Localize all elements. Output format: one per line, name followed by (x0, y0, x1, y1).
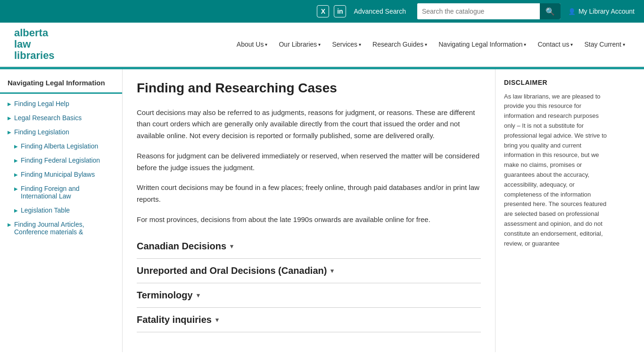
sidebar-tri-icon: ▶ (8, 101, 11, 107)
linkedin-social-link[interactable]: in (334, 5, 346, 17)
section-fatality-inquiries[interactable]: Fatality inquiries ▾ (137, 308, 481, 332)
section-terminology[interactable]: Terminology ▾ (137, 283, 481, 308)
sidebar-tri-icon: ▶ (14, 144, 18, 149)
nav-navigating-legal-arrow: ▾ (524, 42, 526, 47)
section-unreported-oral-decisions[interactable]: Unreported and Oral Decisions (Canadian)… (137, 259, 481, 283)
sidebar: Navigating Legal Information ▶ Finding L… (0, 69, 123, 352)
sidebar-item-finding-alberta-legislation[interactable]: ▶ Finding Alberta Legislation (0, 139, 122, 153)
disclaimer-text: As law librarians, we are pleased to pro… (504, 92, 609, 249)
nav-research-guides-arrow: ▾ (425, 42, 427, 47)
sidebar-item-finding-municipal-bylaws[interactable]: ▶ Finding Municipal Bylaws (0, 167, 122, 181)
top-bar: X in Advanced Search 🔍 My Library Accoun… (0, 0, 644, 23)
nav-navigating-legal[interactable]: Navigating Legal Information ▾ (434, 37, 531, 52)
fatality-inquiries-arrow: ▾ (215, 316, 219, 323)
sidebar-tri-icon: ▶ (8, 115, 11, 121)
content-paragraph-3: Written court decisions may be found in … (137, 182, 481, 206)
nav-our-libraries[interactable]: Our Libraries ▾ (274, 37, 325, 52)
nav-services-arrow: ▾ (359, 42, 361, 47)
canadian-decisions-arrow: ▾ (230, 243, 233, 250)
unreported-decisions-arrow: ▾ (330, 267, 334, 274)
nav-about-us[interactable]: About Us ▾ (232, 37, 272, 52)
main-content: Finding and Researching Cases Court deci… (123, 69, 495, 352)
right-panel: DISCLAIMER As law librarians, we are ple… (495, 69, 618, 352)
nav-stay-current[interactable]: Stay Current ▾ (579, 37, 630, 52)
x-social-link[interactable]: X (317, 5, 329, 17)
sidebar-item-finding-legal-help[interactable]: ▶ Finding Legal Help (0, 97, 122, 111)
sidebar-title: Navigating Legal Information (0, 74, 122, 94)
nav-services[interactable]: Services ▾ (327, 37, 366, 52)
disclaimer-title: DISCLAIMER (504, 79, 609, 86)
nav-contact-us[interactable]: Contact us ▾ (533, 37, 578, 52)
catalogue-search-button[interactable]: 🔍 (540, 3, 561, 19)
nav-research-guides[interactable]: Research Guides ▾ (368, 37, 432, 52)
sidebar-tri-icon: ▶ (14, 172, 18, 177)
content-paragraph-2: Reasons for judgment can be delivered im… (137, 150, 481, 174)
sidebar-item-legislation-table[interactable]: ▶ Legislation Table (0, 203, 122, 217)
logo-line1: albertalawlibraries (14, 27, 55, 62)
nav-stay-current-arrow: ▾ (623, 42, 625, 47)
sidebar-tri-icon: ▶ (14, 158, 18, 163)
nav-about-us-arrow: ▾ (265, 42, 267, 47)
sidebar-tri-icon: ▶ (14, 208, 18, 213)
nav-contact-us-arrow: ▾ (570, 42, 573, 47)
page-title: Finding and Researching Cases (137, 81, 481, 96)
sidebar-tri-icon: ▶ (14, 186, 18, 191)
content-paragraph-1: Court decisions may also be referred to … (137, 107, 481, 142)
search-box: 🔍 (417, 3, 561, 19)
content-paragraph-4: For most provinces, decisions from about… (137, 214, 481, 226)
sidebar-item-legal-research-basics[interactable]: ▶ Legal Research Basics (0, 111, 122, 125)
nav-our-libraries-arrow: ▾ (318, 42, 321, 47)
site-header: albertalawlibraries About Us ▾ Our Libra… (0, 23, 644, 67)
sidebar-tri-icon: ▶ (8, 222, 11, 227)
sidebar-tri-icon: ▶ (8, 130, 11, 135)
section-canadian-decisions[interactable]: Canadian Decisions ▾ (137, 234, 481, 259)
main-layout: Navigating Legal Information ▶ Finding L… (0, 69, 644, 352)
advanced-search-link[interactable]: Advanced Search (354, 8, 406, 15)
my-library-account-link[interactable]: My Library Account (568, 8, 635, 15)
terminology-arrow: ▾ (197, 292, 200, 299)
social-links: X in (317, 5, 346, 17)
site-logo: albertalawlibraries (14, 27, 55, 62)
sidebar-item-finding-legislation[interactable]: ▶ Finding Legislation (0, 125, 122, 139)
catalogue-search-input[interactable] (417, 3, 540, 19)
content-body: Court decisions may also be referred to … (137, 107, 481, 226)
sidebar-item-finding-federal-legislation[interactable]: ▶ Finding Federal Legislation (0, 153, 122, 167)
sidebar-item-finding-journal-articles[interactable]: ▶ Finding Journal Articles, Conference m… (0, 217, 122, 239)
main-nav: About Us ▾ Our Libraries ▾ Services ▾ Re… (232, 37, 630, 52)
sidebar-item-finding-foreign-intl-law[interactable]: ▶ Finding Foreign and International Law (0, 181, 122, 203)
